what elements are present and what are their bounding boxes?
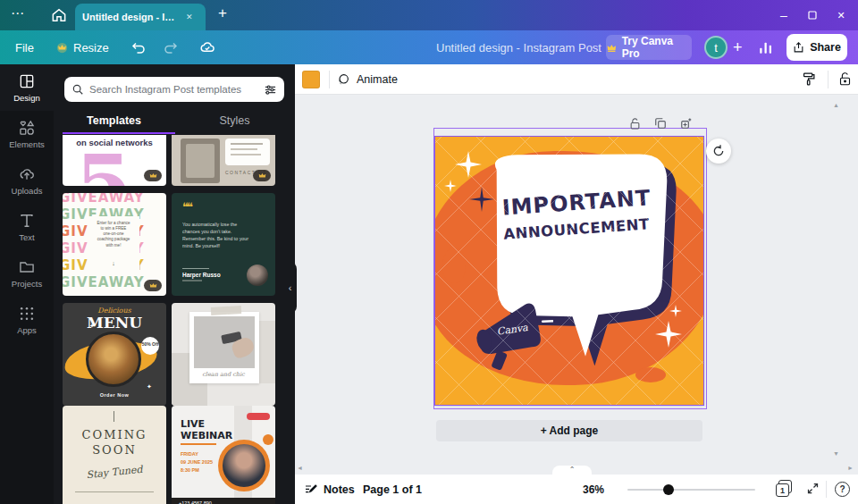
search-input[interactable] — [89, 84, 258, 95]
window-minimize-button[interactable]: – — [770, 0, 797, 30]
sparkle-icon — [655, 321, 682, 348]
zoom-percent[interactable]: 36% — [583, 475, 604, 504]
search-icon — [72, 83, 84, 96]
sparkle-icon — [455, 151, 482, 178]
titlebar: ⋯ Untitled design - Insta... ✕ + – ✕ — [0, 0, 858, 30]
sidebar-item-apps[interactable]: Apps — [0, 297, 54, 343]
sidebar-label: Text — [19, 232, 34, 242]
notes-icon[interactable] — [304, 483, 318, 497]
pages-view-button[interactable]: 1 — [776, 482, 792, 497]
tab-styles[interactable]: Styles — [174, 114, 295, 136]
thumb-author: Harper Russo — [182, 272, 221, 278]
share-label: Share — [810, 41, 841, 54]
zoom-slider[interactable] — [627, 489, 755, 491]
page-indicator[interactable]: Page 1 of 1 — [363, 475, 422, 504]
document-tab[interactable]: Untitled design - Insta... ✕ — [75, 4, 206, 30]
panel-collapse-button[interactable]: ‹ — [283, 262, 297, 314]
notes-label[interactable]: Notes — [324, 475, 355, 504]
scroll-right-icon[interactable]: ► — [847, 465, 854, 471]
sparkle-icon — [669, 305, 682, 317]
template-thumbnail-webinar[interactable]: LIVE WEBINAR FRIDAY 09 JUNE 2025 8:30 PM… — [172, 406, 275, 504]
add-member-button[interactable]: + — [733, 30, 743, 64]
rotate-icon — [711, 144, 726, 158]
add-page-icon[interactable] — [679, 116, 694, 130]
design-page[interactable]: IMPORTANT ANNOUNCEMENT Canva — [435, 137, 703, 405]
sidebar-item-text[interactable]: Text — [0, 204, 54, 250]
sidebar-label: Design — [13, 93, 40, 103]
template-thumbnail-menu[interactable]: Delicious MENU 50% Off Order Now ✦ ✦ — [63, 303, 166, 406]
page-lock-icon[interactable] — [627, 116, 642, 130]
templates-list: on social networks 5 CONTACT US GI — [54, 135, 295, 504]
style-shuffle-button[interactable] — [706, 139, 731, 164]
thumb-cta: Order Now — [63, 392, 166, 398]
thumb-title: SOON — [63, 442, 166, 458]
lock-icon[interactable] — [838, 71, 852, 87]
share-button[interactable]: Share — [786, 34, 847, 61]
tab-close-icon[interactable]: ✕ — [186, 13, 193, 21]
thumb-text: FRIDAY — [181, 450, 213, 458]
try-canva-pro-button[interactable]: Try Canva Pro — [606, 35, 692, 60]
sidebar-item-design[interactable]: Design — [0, 64, 54, 111]
thumb-phone: +123 4567 890 — [179, 500, 212, 504]
filter-sliders-icon[interactable] — [264, 83, 277, 97]
resize-label: Resize — [73, 41, 109, 55]
collapse-statusbar-tab[interactable]: ⌃ — [552, 466, 592, 475]
animate-label: Animate — [357, 73, 398, 86]
template-thumbnail-giveaway[interactable]: GIVEAWAY GIVEAWAY GIVEAWAY GIVEAWAY GIVE… — [63, 193, 166, 296]
sparkle-icon — [444, 180, 457, 192]
search-bar[interactable] — [64, 77, 284, 102]
redo-icon[interactable] — [163, 30, 179, 64]
file-menu[interactable]: File — [15, 30, 34, 64]
cloud-saved-icon[interactable] — [198, 30, 216, 64]
animate-icon — [336, 72, 350, 87]
template-thumbnail-quote[interactable]: ❝❝ You automatically lose the chances yo… — [172, 193, 275, 296]
avatar[interactable]: t — [704, 36, 728, 59]
down-arrow-icon: ↓ — [90, 260, 137, 266]
pages-count: 1 — [776, 483, 789, 497]
statusbar: Notes Page 1 of 1 36% 1 ? — [295, 475, 858, 504]
scroll-left-icon[interactable]: ◄ — [297, 465, 303, 471]
template-thumbnail-collage[interactable]: clean and chic — [172, 303, 275, 406]
menubar: File Resize Untitled design - Instagram … — [0, 30, 858, 64]
help-button[interactable]: ? — [835, 482, 850, 497]
text-icon — [18, 212, 36, 230]
canva-editor-window: ⋯ Untitled design - Insta... ✕ + – ✕ Fil… — [0, 0, 858, 504]
design-blob-small — [442, 248, 466, 283]
active-tab-underline — [63, 132, 175, 134]
sidebar-item-projects[interactable]: Projects — [0, 250, 54, 297]
canvas-toolbar: Animate — [295, 64, 858, 95]
duplicate-page-icon[interactable] — [653, 116, 668, 130]
sparkle-icon-dark — [469, 187, 494, 212]
sidebar-item-uploads[interactable]: Uploads — [0, 157, 54, 204]
template-thumbnail-social[interactable]: on social networks 5 — [63, 135, 166, 186]
thumb-text: Enter for a chance to win a FREE one-on-… — [97, 220, 131, 248]
insights-chart-icon[interactable] — [758, 30, 774, 64]
sidebar-label: Uploads — [12, 186, 43, 196]
app-menu-icon[interactable]: ⋯ — [11, 5, 25, 21]
background-color-swatch[interactable] — [302, 71, 320, 88]
fullscreen-icon[interactable] — [806, 482, 820, 495]
zoom-slider-knob[interactable] — [663, 484, 674, 495]
template-thumbnail-contact[interactable]: CONTACT US — [172, 135, 275, 186]
sidebar: Design Elements Uploads Text Projects Ap… — [0, 64, 54, 504]
animate-button[interactable]: Animate — [336, 64, 398, 95]
crown-icon — [55, 41, 69, 55]
resize-menu[interactable]: Resize — [55, 30, 109, 64]
new-tab-button[interactable]: + — [218, 4, 227, 22]
undo-icon[interactable] — [130, 30, 147, 64]
window-close-button[interactable]: ✕ — [828, 0, 854, 30]
scroll-up-icon[interactable]: ▲ — [833, 102, 839, 108]
add-page-button[interactable]: + Add page — [436, 420, 702, 441]
scroll-down-icon[interactable]: ▼ — [833, 450, 839, 457]
canvas-area[interactable]: IMPORTANT ANNOUNCEMENT Canva — [295, 95, 858, 475]
thumb-text: 8:30 PM — [181, 466, 213, 475]
template-thumbnail-coming-soon[interactable]: COMING SOON Stay Tuned — [63, 406, 166, 504]
window-maximize-button[interactable] — [799, 0, 826, 30]
sidebar-item-elements[interactable]: Elements — [0, 111, 54, 157]
thumb-word: GIVEAWAY — [63, 193, 166, 206]
quote-marks-icon: ❝❝ — [182, 200, 191, 214]
home-icon[interactable] — [50, 6, 68, 24]
sidebar-label: Projects — [12, 279, 42, 289]
thumb-title: LIVE — [181, 418, 232, 430]
paint-roller-icon[interactable] — [801, 71, 816, 87]
